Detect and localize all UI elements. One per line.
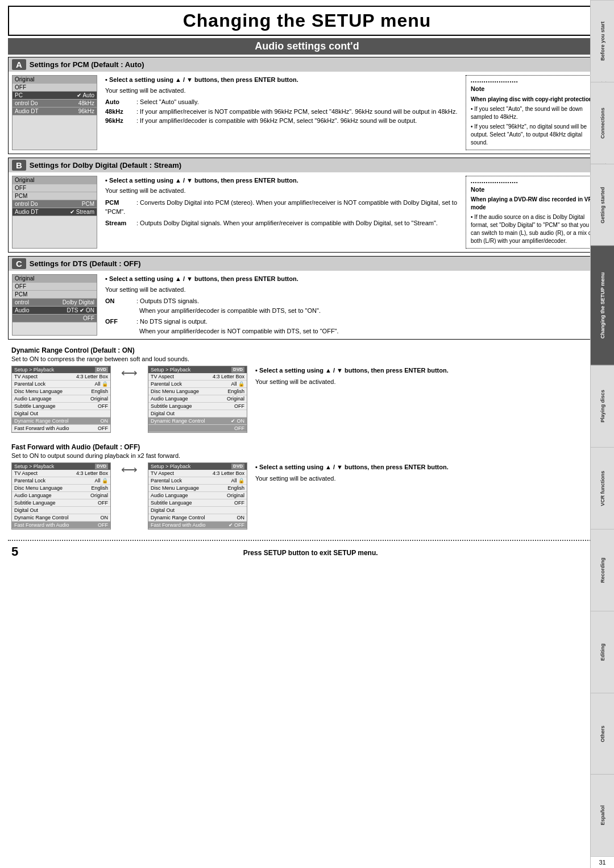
- dots-divider: [8, 540, 606, 541]
- drc-select-note: • Select a setting using ▲ / ▼ buttons, …: [255, 366, 603, 386]
- section-c-menu: Original OFF PCM ontrolDolby Digital Aud…: [12, 274, 97, 336]
- ff-desc: Set to ON to output sound during playbac…: [11, 452, 603, 459]
- letter-badge-a: A: [12, 59, 26, 70]
- right-sidebar: Before you start Connections Getting sta…: [590, 0, 614, 868]
- fast-forward-section: Fast Forward with Audio (Default : OFF) …: [8, 440, 606, 536]
- drc-menu-left: Setup > PlaybackDVD TV Aspect4:3 Letter …: [11, 366, 111, 433]
- sidebar-tab-playing-discs: Playing discs: [591, 365, 614, 447]
- drc-menu-row: Setup > PlaybackDVD TV Aspect4:3 Letter …: [11, 366, 603, 433]
- ff-menu-right: Setup > PlaybackDVD TV Aspect4:3 Letter …: [148, 462, 247, 530]
- page-title: Changing the SETUP menu: [8, 6, 606, 36]
- section-a-note: •••••••••••••••••••••• When playing disc…: [466, 75, 602, 150]
- section-a-content: Original OFF PC✔ Auto ontrol Do48kHz Aud…: [9, 72, 605, 154]
- section-c-instructions: • Select a setting using ▲ / ▼ buttons, …: [105, 274, 602, 336]
- ff-menu-row: Setup > PlaybackDVD TV Aspect4:3 Letter …: [11, 462, 603, 530]
- letter-badge-b: B: [12, 160, 26, 171]
- sidebar-tab-editing: Editing: [591, 611, 614, 693]
- drc-desc: Set to ON to compress the range between …: [11, 356, 603, 362]
- ff-title: Fast Forward with Audio (Default : OFF): [11, 443, 603, 451]
- letter-badge-c: C: [12, 258, 26, 269]
- arrow-right-icon: ⟷: [121, 366, 138, 379]
- section-b-content: Original OFF PCM ontrol DoPCM Audio DT✔ …: [9, 172, 605, 253]
- section-a: A Settings for PCM (Default : Auto) Orig…: [8, 57, 606, 154]
- section-c-title: C Settings for DTS (Default : OFF): [9, 257, 605, 271]
- page-number: 5: [11, 544, 18, 559]
- ff-select-note: • Select a setting using ▲ / ▼ buttons, …: [255, 462, 603, 483]
- section-b-title: B Settings for Dolby Digital (Default : …: [9, 158, 605, 172]
- section-a-menu: Original OFF PC✔ Auto ontrol Do48kHz Aud…: [12, 75, 97, 150]
- drc-title: Dynamic Range Control (Default : ON): [11, 346, 603, 354]
- arrow-right-icon-2: ⟷: [121, 462, 138, 476]
- section-c-content: Original OFF PCM ontrolDolby Digital Aud…: [9, 271, 605, 339]
- sidebar-tab-connections: Connections: [591, 82, 614, 164]
- page-number-right: 31: [591, 856, 614, 868]
- section-b-menu: Original OFF PCM ontrol DoPCM Audio DT✔ …: [12, 176, 97, 249]
- dynamic-range-section: Dynamic Range Control (Default : ON) Set…: [8, 343, 606, 440]
- sidebar-tab-recording: Recording: [591, 529, 614, 611]
- drc-menu-right: Setup > PlaybackDVD TV Aspect4:3 Letter …: [148, 366, 247, 433]
- sidebar-tab-vcr-functions: VCR functions: [591, 447, 614, 529]
- section-b: B Settings for Dolby Digital (Default : …: [8, 158, 606, 253]
- section-c: C Settings for DTS (Default : OFF) Origi…: [8, 256, 606, 340]
- sidebar-tab-others: Others: [591, 693, 614, 775]
- sidebar-tab-changing-setup: Changing the SETUP menu: [591, 245, 614, 365]
- section-b-instructions: • Select a setting using ▲ / ▼ buttons, …: [105, 176, 460, 249]
- section-a-instructions: • Select a setting using ▲ / ▼ buttons, …: [105, 75, 460, 150]
- press-setup-text: Press SETUP button to exit SETUP menu.: [243, 549, 378, 557]
- ff-menu-left: Setup > PlaybackDVD TV Aspect4:3 Letter …: [11, 462, 111, 530]
- section-header: Audio settings cont'd: [8, 38, 606, 55]
- sidebar-tab-before-you-start: Before you start: [591, 0, 614, 82]
- sidebar-tab-getting-started: Getting started: [591, 164, 614, 246]
- section-b-note: •••••••••••••••••••••• When playing a DV…: [466, 176, 602, 249]
- section-a-title: A Settings for PCM (Default : Auto): [9, 57, 605, 72]
- sidebar-tab-espanol: Español: [591, 774, 614, 856]
